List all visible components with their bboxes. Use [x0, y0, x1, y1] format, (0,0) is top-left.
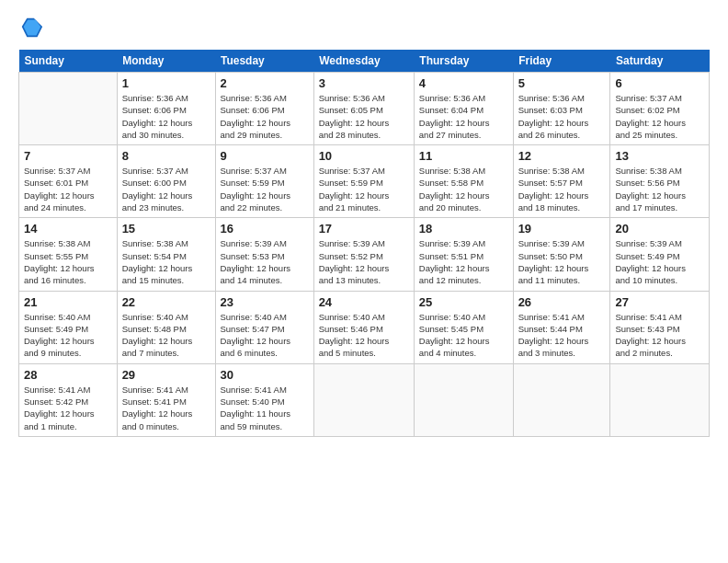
- calendar-week-2: 7Sunrise: 5:37 AM Sunset: 6:01 PM Daylig…: [19, 145, 710, 218]
- day-number: 14: [24, 222, 112, 236]
- calendar-table: SundayMondayTuesdayWednesdayThursdayFrid…: [18, 50, 710, 437]
- day-number: 20: [615, 222, 704, 236]
- calendar-cell: 6Sunrise: 5:37 AM Sunset: 6:02 PM Daylig…: [610, 73, 710, 145]
- calendar-cell: 19Sunrise: 5:39 AM Sunset: 5:50 PM Dayli…: [513, 218, 610, 291]
- day-number: 30: [221, 368, 309, 382]
- day-number: 12: [518, 149, 606, 163]
- day-info: Sunrise: 5:37 AM Sunset: 5:59 PM Dayligh…: [319, 165, 409, 213]
- calendar-cell: [610, 363, 710, 436]
- logo: [18, 15, 46, 40]
- calendar-cell: 24Sunrise: 5:40 AM Sunset: 5:46 PM Dayli…: [313, 291, 414, 363]
- day-info: Sunrise: 5:38 AM Sunset: 5:57 PM Dayligh…: [518, 165, 606, 213]
- day-info: Sunrise: 5:38 AM Sunset: 5:54 PM Dayligh…: [122, 237, 210, 286]
- calendar-cell: 13Sunrise: 5:38 AM Sunset: 5:56 PM Dayli…: [610, 145, 710, 218]
- calendar-cell: 18Sunrise: 5:39 AM Sunset: 5:51 PM Dayli…: [414, 218, 513, 291]
- day-number: 22: [122, 295, 210, 309]
- day-number: 21: [24, 295, 112, 309]
- day-number: 24: [319, 295, 409, 309]
- weekday-header-saturday: Saturday: [610, 50, 710, 73]
- calendar-cell: 25Sunrise: 5:40 AM Sunset: 5:45 PM Dayli…: [414, 291, 513, 363]
- calendar-week-4: 21Sunrise: 5:40 AM Sunset: 5:49 PM Dayli…: [19, 291, 710, 363]
- day-number: 15: [122, 222, 210, 236]
- day-info: Sunrise: 5:41 AM Sunset: 5:41 PM Dayligh…: [122, 384, 210, 432]
- weekday-header-friday: Friday: [513, 50, 610, 73]
- calendar-cell: 14Sunrise: 5:38 AM Sunset: 5:55 PM Dayli…: [19, 218, 118, 291]
- calendar-cell: [19, 73, 118, 145]
- calendar-header: SundayMondayTuesdayWednesdayThursdayFrid…: [19, 50, 710, 73]
- calendar-cell: [414, 363, 513, 436]
- calendar-cell: 7Sunrise: 5:37 AM Sunset: 6:01 PM Daylig…: [19, 145, 118, 218]
- logo-icon: [18, 15, 44, 40]
- calendar-body: 1Sunrise: 5:36 AM Sunset: 6:06 PM Daylig…: [19, 73, 710, 437]
- day-number: 26: [518, 295, 606, 309]
- calendar-cell: 22Sunrise: 5:40 AM Sunset: 5:48 PM Dayli…: [117, 291, 215, 363]
- day-number: 5: [518, 76, 606, 90]
- day-info: Sunrise: 5:38 AM Sunset: 5:55 PM Dayligh…: [24, 237, 112, 286]
- day-number: 28: [24, 368, 112, 382]
- day-info: Sunrise: 5:36 AM Sunset: 6:05 PM Dayligh…: [319, 92, 409, 141]
- calendar-cell: 30Sunrise: 5:41 AM Sunset: 5:40 PM Dayli…: [215, 363, 313, 436]
- day-number: 2: [221, 76, 309, 90]
- day-number: 23: [221, 295, 309, 309]
- weekday-header-thursday: Thursday: [414, 50, 513, 73]
- weekday-header-sunday: Sunday: [19, 50, 118, 73]
- calendar-cell: 11Sunrise: 5:38 AM Sunset: 5:58 PM Dayli…: [414, 145, 513, 218]
- day-info: Sunrise: 5:39 AM Sunset: 5:52 PM Dayligh…: [319, 237, 409, 286]
- calendar-cell: 23Sunrise: 5:40 AM Sunset: 5:47 PM Dayli…: [215, 291, 313, 363]
- day-number: 25: [419, 295, 508, 309]
- day-info: Sunrise: 5:37 AM Sunset: 6:01 PM Dayligh…: [24, 165, 112, 213]
- calendar-page: SundayMondayTuesdayWednesdayThursdayFrid…: [0, 0, 728, 563]
- day-number: 3: [319, 76, 409, 90]
- calendar-week-1: 1Sunrise: 5:36 AM Sunset: 6:06 PM Daylig…: [19, 73, 710, 145]
- calendar-cell: 5Sunrise: 5:36 AM Sunset: 6:03 PM Daylig…: [513, 73, 610, 145]
- calendar-cell: 16Sunrise: 5:39 AM Sunset: 5:53 PM Dayli…: [215, 218, 313, 291]
- day-info: Sunrise: 5:39 AM Sunset: 5:53 PM Dayligh…: [221, 237, 309, 286]
- weekday-header-monday: Monday: [117, 50, 215, 73]
- day-info: Sunrise: 5:39 AM Sunset: 5:51 PM Dayligh…: [419, 237, 508, 286]
- calendar-week-3: 14Sunrise: 5:38 AM Sunset: 5:55 PM Dayli…: [19, 218, 710, 291]
- calendar-cell: 4Sunrise: 5:36 AM Sunset: 6:04 PM Daylig…: [414, 73, 513, 145]
- calendar-cell: 15Sunrise: 5:38 AM Sunset: 5:54 PM Dayli…: [117, 218, 215, 291]
- day-info: Sunrise: 5:37 AM Sunset: 6:00 PM Dayligh…: [122, 165, 210, 213]
- day-info: Sunrise: 5:36 AM Sunset: 6:04 PM Dayligh…: [419, 92, 508, 141]
- day-number: 27: [615, 295, 704, 309]
- day-number: 1: [122, 76, 210, 90]
- calendar-cell: 20Sunrise: 5:39 AM Sunset: 5:49 PM Dayli…: [610, 218, 710, 291]
- day-info: Sunrise: 5:41 AM Sunset: 5:40 PM Dayligh…: [221, 384, 309, 432]
- day-number: 13: [615, 149, 704, 163]
- day-info: Sunrise: 5:40 AM Sunset: 5:48 PM Dayligh…: [122, 311, 210, 360]
- calendar-cell: 8Sunrise: 5:37 AM Sunset: 6:00 PM Daylig…: [117, 145, 215, 218]
- day-info: Sunrise: 5:40 AM Sunset: 5:45 PM Dayligh…: [419, 311, 508, 360]
- calendar-cell: 1Sunrise: 5:36 AM Sunset: 6:06 PM Daylig…: [117, 73, 215, 145]
- day-info: Sunrise: 5:40 AM Sunset: 5:46 PM Dayligh…: [319, 311, 409, 360]
- day-number: 16: [221, 222, 309, 236]
- calendar-week-5: 28Sunrise: 5:41 AM Sunset: 5:42 PM Dayli…: [19, 363, 710, 436]
- day-info: Sunrise: 5:36 AM Sunset: 6:06 PM Dayligh…: [122, 92, 210, 141]
- day-number: 9: [221, 149, 309, 163]
- calendar-cell: 29Sunrise: 5:41 AM Sunset: 5:41 PM Dayli…: [117, 363, 215, 436]
- calendar-cell: 27Sunrise: 5:41 AM Sunset: 5:43 PM Dayli…: [610, 291, 710, 363]
- day-info: Sunrise: 5:36 AM Sunset: 6:06 PM Dayligh…: [221, 92, 309, 141]
- day-info: Sunrise: 5:39 AM Sunset: 5:49 PM Dayligh…: [615, 237, 704, 286]
- calendar-cell: 9Sunrise: 5:37 AM Sunset: 5:59 PM Daylig…: [215, 145, 313, 218]
- day-info: Sunrise: 5:40 AM Sunset: 5:49 PM Dayligh…: [24, 311, 112, 360]
- calendar-cell: 28Sunrise: 5:41 AM Sunset: 5:42 PM Dayli…: [19, 363, 118, 436]
- weekday-header-wednesday: Wednesday: [313, 50, 414, 73]
- weekday-header-tuesday: Tuesday: [215, 50, 313, 73]
- calendar-cell: 3Sunrise: 5:36 AM Sunset: 6:05 PM Daylig…: [313, 73, 414, 145]
- calendar-cell: 21Sunrise: 5:40 AM Sunset: 5:49 PM Dayli…: [19, 291, 118, 363]
- calendar-cell: 10Sunrise: 5:37 AM Sunset: 5:59 PM Dayli…: [313, 145, 414, 218]
- day-info: Sunrise: 5:37 AM Sunset: 5:59 PM Dayligh…: [221, 165, 309, 213]
- calendar-cell: [313, 363, 414, 436]
- day-info: Sunrise: 5:40 AM Sunset: 5:47 PM Dayligh…: [221, 311, 309, 360]
- header: [18, 15, 710, 40]
- day-info: Sunrise: 5:38 AM Sunset: 5:56 PM Dayligh…: [615, 165, 704, 213]
- calendar-cell: 17Sunrise: 5:39 AM Sunset: 5:52 PM Dayli…: [313, 218, 414, 291]
- day-info: Sunrise: 5:39 AM Sunset: 5:50 PM Dayligh…: [518, 237, 606, 286]
- day-number: 19: [518, 222, 606, 236]
- day-number: 6: [615, 76, 704, 90]
- day-info: Sunrise: 5:41 AM Sunset: 5:44 PM Dayligh…: [518, 311, 606, 360]
- day-number: 18: [419, 222, 508, 236]
- day-info: Sunrise: 5:37 AM Sunset: 6:02 PM Dayligh…: [615, 92, 704, 141]
- weekday-header-row: SundayMondayTuesdayWednesdayThursdayFrid…: [19, 50, 710, 73]
